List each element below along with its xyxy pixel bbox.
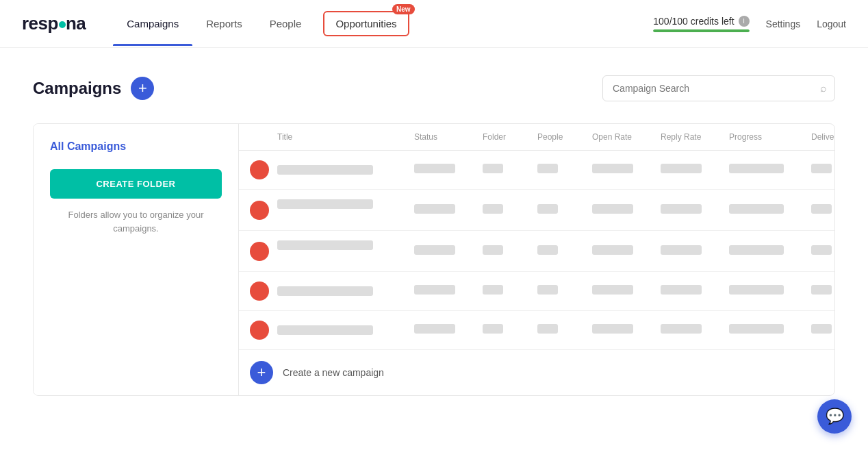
row-title: Featured Guest Outrea... [277,240,414,262]
create-campaign-icon[interactable]: + [250,361,273,384]
table-row[interactable]: Featured Guest Outrea... [239,231,834,272]
row-status [414,245,483,258]
create-campaign-label[interactable]: Create a new campaign [283,367,384,378]
nav-item-people[interactable]: People [256,1,316,46]
row-delivered [811,285,834,297]
nav-item-campaigns[interactable]: Campaigns [113,1,192,46]
credits-bar [653,29,749,32]
row-status-icon [250,160,277,179]
page-header: Campaigns + ⌕ [33,75,835,101]
table-row[interactable]: Brand New Email C... [239,272,834,311]
row-title: Brand New Email C... [277,285,414,297]
row-people [537,204,592,216]
row-delivered [811,245,834,258]
logo-text: respna [22,13,86,34]
row-status-icon [250,242,277,261]
credits-info-icon[interactable]: i [739,16,750,27]
add-campaign-button[interactable]: + [131,77,154,100]
search-box: ⌕ [602,75,835,101]
row-reply-rate [661,164,729,176]
logo[interactable]: respna [22,13,86,34]
nav-logout[interactable]: Logout [817,18,846,29]
row-open-rate [592,324,661,336]
row-open-rate [592,204,661,216]
table-area: Title Status Folder People Open Rate Rep… [239,124,834,395]
row-title: Guest Posting Outrea... [277,164,414,176]
row-people [537,245,592,258]
sidebar-all-campaigns[interactable]: All Campaigns [50,140,222,153]
credits-container: 100/100 credits left i [653,16,749,32]
row-reply-rate [661,285,729,297]
row-open-rate [592,245,661,258]
nav-item-opportunities[interactable]: Opportunities [323,11,409,36]
table-row[interactable]: Guest blog post Ti... [239,311,834,350]
row-status-icon [250,321,277,340]
row-people [537,324,592,336]
content-area: All Campaigns CREATE FOLDER Folders allo… [33,123,835,396]
col-progress: Progress [729,132,811,142]
col-title: Title [277,132,414,142]
nav-item-reports[interactable]: Reports [192,1,256,46]
row-delivered [811,164,834,176]
row-reply-rate [661,245,729,258]
row-title: Podcast Pitch Email Te... [277,199,414,221]
row-open-rate [592,164,661,176]
credits-fill [653,29,749,32]
opportunities-badge: New [392,4,415,14]
logo-dot [59,21,66,28]
sidebar: All Campaigns CREATE FOLDER Folders allo… [34,124,239,395]
col-people: People [537,132,592,142]
row-progress [729,204,811,216]
header: respna Campaigns Reports People Opportun… [0,0,868,48]
col-delivered: Delivered [811,132,834,142]
row-status-icon [250,282,277,301]
row-status [414,324,483,336]
row-open-rate [592,285,661,297]
sidebar-hint: Folders allow you to organize your campa… [50,208,222,235]
row-folder [483,164,537,176]
col-status: Status [414,132,483,142]
campaign-search-input[interactable] [602,75,835,101]
credits-label: 100/100 credits left [653,16,734,27]
table-row[interactable]: Guest Posting Outrea... [239,151,834,190]
row-reply-rate [661,324,729,336]
row-progress [729,285,811,297]
col-folder: Folder [483,132,537,142]
row-folder [483,324,537,336]
table-header: Title Status Folder People Open Rate Rep… [239,124,834,151]
col-reply-rate: Reply Rate [661,132,729,142]
row-people [537,285,592,297]
create-campaign-row[interactable]: + Create a new campaign [239,350,834,395]
row-progress [729,164,811,176]
row-folder [483,245,537,258]
row-title: Guest blog post Ti... [277,324,414,336]
search-icon: ⌕ [820,82,827,95]
page-title-row: Campaigns + [33,77,154,100]
row-status [414,164,483,176]
row-status [414,204,483,216]
row-delivered [811,324,834,336]
row-progress [729,324,811,336]
row-people [537,164,592,176]
page-title: Campaigns [33,79,121,98]
create-folder-button[interactable]: CREATE FOLDER [50,169,222,199]
row-progress [729,245,811,258]
row-folder [483,204,537,216]
table-row[interactable]: Podcast Pitch Email Te... [239,190,834,231]
col-open-rate: Open Rate [592,132,661,142]
row-status-icon [250,201,277,220]
header-right: 100/100 credits left i Settings Logout [653,16,846,32]
main-content: Campaigns + ⌕ All Campaigns CREATE FOLDE… [0,48,868,396]
credits-text: 100/100 credits left i [653,16,749,27]
row-folder [483,285,537,297]
row-status [414,285,483,297]
row-delivered [811,204,834,216]
nav-settings[interactable]: Settings [766,18,801,29]
row-reply-rate [661,204,729,216]
nav: Campaigns Reports People Opportunities N… [113,1,653,46]
